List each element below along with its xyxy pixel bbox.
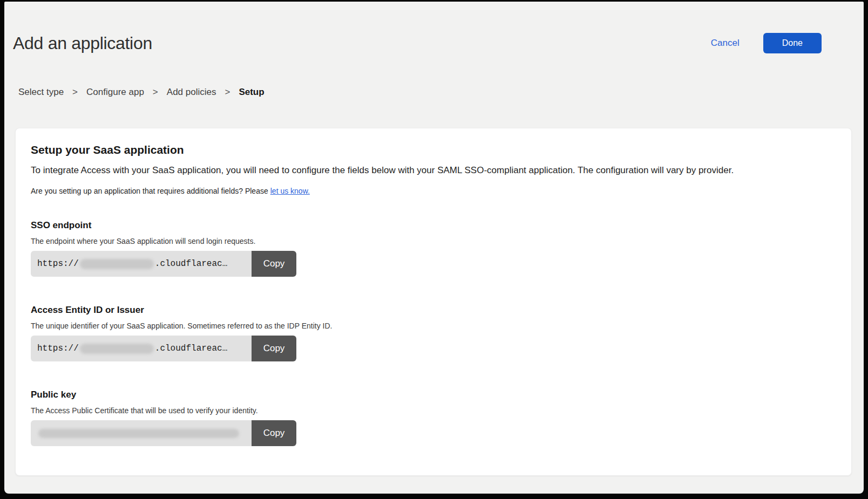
value-prefix: https:// [37, 259, 79, 269]
sso-endpoint-copy-button[interactable]: Copy [252, 251, 296, 277]
done-button[interactable]: Done [763, 33, 822, 53]
breadcrumb-step-select-type[interactable]: Select type [18, 87, 64, 98]
sso-endpoint-value[interactable]: https:// .cloudflareac… [31, 251, 252, 277]
field-section-access-entity-id: Access Entity ID or Issuer The unique id… [31, 305, 836, 361]
value-suffix: .cloudflareac… [155, 344, 227, 353]
let-us-know-link[interactable]: let us know. [270, 187, 310, 195]
value-prefix: https:// [37, 344, 79, 353]
access-entity-id-copy-button[interactable]: Copy [252, 336, 296, 361]
public-key-label: Public key [31, 389, 836, 400]
redacted-value [80, 259, 154, 269]
page-header: Add an application Cancel Done [4, 2, 864, 53]
card-title: Setup your SaaS application [31, 143, 836, 156]
redacted-value [80, 344, 154, 354]
sso-endpoint-value-row: https:// .cloudflareac… Copy [31, 251, 296, 277]
public-key-value-row: Copy [31, 420, 296, 446]
public-key-description: The Access Public Certificate that will … [31, 406, 836, 415]
breadcrumb-step-add-policies[interactable]: Add policies [167, 87, 216, 98]
redacted-value [38, 429, 239, 438]
breadcrumb-step-setup: Setup [239, 87, 264, 98]
access-entity-id-description: The unique identifier of your SaaS appli… [31, 322, 836, 330]
page: Add an application Cancel Done Select ty… [4, 2, 864, 494]
page-title: Add an application [13, 33, 152, 53]
breadcrumb-separator: > [153, 87, 158, 98]
public-key-copy-button[interactable]: Copy [252, 420, 296, 446]
setup-card: Setup your SaaS application To integrate… [15, 128, 852, 476]
card-note: Are you setting up an application that r… [31, 187, 836, 195]
cancel-button[interactable]: Cancel [711, 38, 740, 49]
header-actions: Cancel Done [711, 33, 822, 53]
card-intro: To integrate Access with your SaaS appli… [31, 165, 836, 176]
public-key-value[interactable] [31, 420, 252, 446]
breadcrumb-separator: > [72, 87, 78, 98]
value-suffix: .cloudflareac… [155, 259, 227, 269]
access-entity-id-value[interactable]: https:// .cloudflareac… [31, 336, 252, 361]
field-section-sso-endpoint: SSO endpoint The endpoint where your Saa… [31, 220, 836, 277]
breadcrumb-step-configure-app[interactable]: Configure app [86, 87, 144, 98]
sso-endpoint-label: SSO endpoint [31, 220, 836, 231]
breadcrumb-separator: > [225, 87, 230, 98]
sso-endpoint-description: The endpoint where your SaaS application… [31, 237, 836, 245]
access-entity-id-label: Access Entity ID or Issuer [31, 305, 836, 316]
breadcrumb: Select type > Configure app > Add polici… [18, 87, 864, 98]
note-text: Are you setting up an application that r… [31, 187, 268, 195]
field-section-public-key: Public key The Access Public Certificate… [31, 389, 836, 446]
access-entity-id-value-row: https:// .cloudflareac… Copy [31, 336, 296, 361]
